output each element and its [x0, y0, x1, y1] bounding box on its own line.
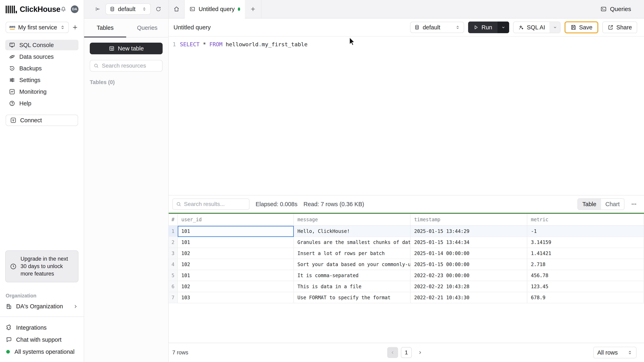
sidebar-item-settings[interactable]: Settings — [5, 75, 78, 85]
cell-metric[interactable]: 2.718 — [527, 259, 644, 270]
cell-timestamp[interactable]: 2022-02-23 00:00:00 — [410, 270, 527, 281]
view-toggle-chart[interactable]: Chart — [601, 199, 624, 210]
page-size-selector[interactable]: All rows — [593, 347, 636, 359]
sql-code-line[interactable]: SELECT * FROM helloworld.my_first_table — [180, 40, 644, 195]
cell-metric[interactable]: 123.45 — [527, 281, 644, 292]
cell-timestamp[interactable]: 2025-01-15 00:00:00 — [410, 259, 527, 270]
chat-icon — [6, 337, 12, 343]
sql-schema: helloworld — [222, 41, 258, 47]
cell-timestamp[interactable]: 2025-01-15 13:44:29 — [410, 226, 527, 237]
database-icon — [414, 24, 420, 30]
sidebar-item-data-sources[interactable]: Data sources — [5, 51, 78, 62]
cell-metric[interactable]: 3.14159 — [527, 237, 644, 248]
collapse-sidebar-icon[interactable] — [92, 0, 104, 18]
cell-timestamp[interactable]: 2022-02-22 10:43:28 — [410, 281, 527, 292]
cell-user_id[interactable]: 102 — [178, 259, 294, 270]
run-options-chevron-icon[interactable] — [498, 21, 509, 33]
sidebar-item-sql-console[interactable]: SQL Console — [5, 40, 78, 50]
cell-metric[interactable]: -1 — [527, 226, 644, 237]
resources-tab-queries[interactable]: Queries — [126, 18, 168, 37]
monitoring-icon — [9, 88, 15, 95]
sidebar-item-help[interactable]: Help — [5, 98, 78, 109]
column-header-user_id: user_id — [178, 214, 294, 226]
service-selector[interactable]: aws My first service — [6, 22, 69, 33]
next-page-icon[interactable] — [414, 347, 426, 358]
cell-user_id[interactable]: 101 — [178, 226, 294, 237]
new-tab-button[interactable] — [245, 0, 262, 18]
aws-logo-icon: aws — [9, 25, 15, 29]
cell-metric[interactable]: 1.41421 — [527, 248, 644, 259]
cell-timestamp[interactable]: 2022-02-21 10:43:30 — [410, 292, 527, 303]
resources-tab-tables[interactable]: Tables — [84, 18, 126, 37]
view-toggle-table[interactable]: Table — [578, 199, 601, 210]
organization-name: DA's Organization — [16, 303, 63, 310]
sidebar-item-backups[interactable]: Backups — [5, 63, 78, 74]
footer-item-label: Chat with support — [16, 337, 62, 343]
table-row: 3102Insert a lot of rows per batch2025-0… — [169, 248, 644, 259]
row-number: 7 — [169, 292, 178, 303]
new-table-label: New table — [118, 45, 144, 52]
read-stat: Read: 7 rows (0.36 KB) — [304, 201, 364, 208]
topbar-database-selector[interactable]: default — [106, 3, 151, 15]
upgrade-text: Upgrade in the next 30 days to unlock mo… — [20, 255, 74, 278]
footer-item-all-systems-operational[interactable]: All systems operational — [6, 347, 78, 357]
sidebar-item-monitoring[interactable]: Monitoring — [5, 86, 78, 97]
cell-message[interactable]: Insert a lot of rows per batch — [294, 248, 410, 259]
cell-message[interactable]: Granules are the smallest chunks of data… — [294, 237, 410, 248]
queries-button[interactable]: Queries — [596, 0, 644, 18]
more-options-icon[interactable] — [630, 201, 637, 208]
cell-message[interactable]: This is data in a file — [294, 281, 410, 292]
cell-user_id[interactable]: 101 — [178, 237, 294, 248]
status-dot — [6, 350, 10, 354]
cell-user_id[interactable]: 102 — [178, 281, 294, 292]
share-button[interactable]: Share — [602, 21, 637, 33]
app-root: ClickHouse DA aws My first service SQL C… — [0, 0, 644, 362]
backups-icon — [9, 65, 15, 72]
cell-message[interactable]: Use FORMAT to specify the format — [294, 292, 410, 303]
cell-metric[interactable]: 456.78 — [527, 270, 644, 281]
sql-table-name: my_first_table — [262, 41, 308, 47]
sql-ai-button[interactable]: SQL AI — [513, 21, 560, 33]
cell-timestamp[interactable]: 2025-01-14 00:00:00 — [410, 248, 527, 259]
organization-row[interactable]: DA's Organization — [6, 303, 78, 310]
tab-untitled-query[interactable]: Untitled query — [184, 0, 245, 18]
home-icon[interactable] — [169, 0, 184, 18]
editor-database-selector[interactable]: default — [410, 22, 464, 33]
save-button[interactable]: Save — [564, 21, 598, 33]
settings-icon — [9, 77, 15, 83]
add-service-button[interactable] — [72, 24, 78, 30]
previous-page-icon[interactable] — [387, 347, 398, 358]
row-number: 1 — [169, 226, 178, 237]
sql-editor[interactable]: 1 SELECT * FROM helloworld.my_first_tabl… — [169, 37, 644, 195]
new-table-button[interactable]: New table — [90, 43, 162, 54]
sql-ai-chevron-icon[interactable] — [550, 22, 560, 33]
cell-timestamp[interactable]: 2025-01-15 13:44:34 — [410, 237, 527, 248]
run-button[interactable]: Run — [468, 21, 509, 33]
cell-message[interactable]: Hello, ClickHouse! — [294, 226, 410, 237]
sidebar: ClickHouse DA aws My first service SQL C… — [0, 0, 84, 362]
footer-item-integrations[interactable]: Integrations — [6, 323, 78, 333]
resources-search-input[interactable] — [102, 62, 159, 69]
cell-user_id[interactable]: 102 — [178, 248, 294, 259]
sql-keyword: FROM — [209, 41, 222, 47]
editor-database-value: default — [422, 24, 440, 31]
footer-item-chat-with-support[interactable]: Chat with support — [6, 335, 78, 345]
cell-user_id[interactable]: 103 — [178, 292, 294, 303]
chevron-right-icon — [73, 304, 78, 309]
upgrade-notice[interactable]: Upgrade in the next 30 days to unlock mo… — [5, 250, 78, 282]
cell-user_id[interactable]: 101 — [178, 270, 294, 281]
search-icon — [94, 63, 99, 69]
notifications-bell-icon[interactable] — [60, 6, 66, 12]
connect-button[interactable]: Connect — [6, 115, 78, 126]
table-row: 5101It is comma-separated2022-02-23 00:0… — [169, 270, 644, 281]
queries-label: Queries — [610, 6, 631, 12]
cell-metric[interactable]: 678.9 — [527, 292, 644, 303]
page-number-button[interactable]: 1 — [401, 347, 412, 358]
cell-message[interactable]: Sort your data based on your commonly-us… — [294, 259, 410, 270]
cell-message[interactable]: It is comma-separated — [294, 270, 410, 281]
refresh-icon[interactable] — [152, 0, 164, 18]
results-search-input[interactable] — [184, 201, 246, 207]
table-row: 6102This is data in a file2022-02-22 10:… — [169, 281, 644, 292]
workspace: Untitled query default — [169, 18, 644, 362]
avatar[interactable]: DA — [71, 5, 78, 13]
